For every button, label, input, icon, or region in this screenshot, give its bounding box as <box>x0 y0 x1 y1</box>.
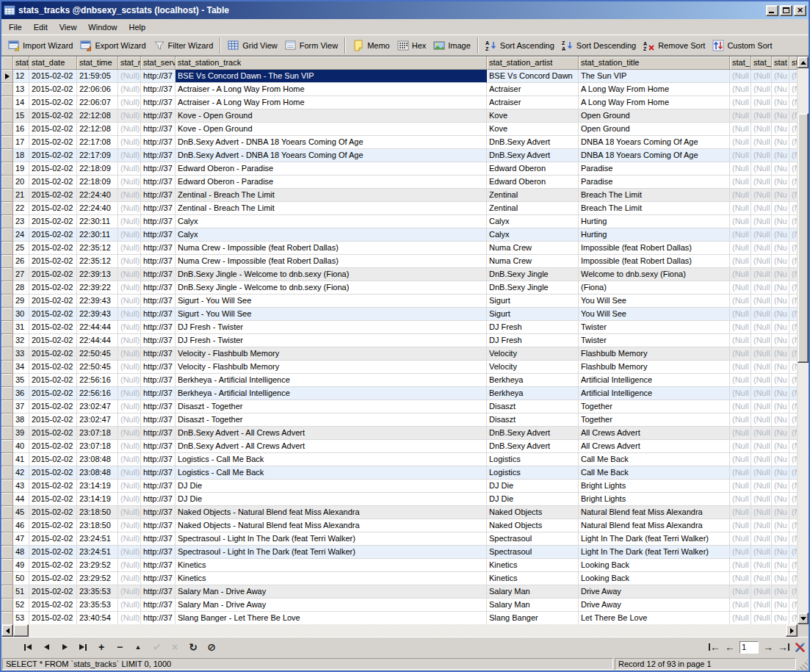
cell-stat_trunc1[interactable]: (Null <box>730 612 751 624</box>
cell-stat_serv[interactable]: http://37 <box>141 123 176 136</box>
cell-stat_serv[interactable]: http://37 <box>141 493 176 506</box>
cell-stat_time[interactable]: 23:08:48 <box>77 453 118 466</box>
cell-stat_date[interactable]: 2015-02-02 <box>29 242 77 255</box>
cell-stat_trunc4[interactable]: (N <box>789 347 798 361</box>
cell-stat_trunc1[interactable]: (Null <box>730 123 751 136</box>
cell-stat_station_artist[interactable]: Edward Oberon <box>487 162 579 176</box>
table-row[interactable]: 332015-02-0222:50:45(Null)http://37Veloc… <box>1 347 798 361</box>
cell-stat_time[interactable]: 22:12:08 <box>77 109 118 123</box>
row-selector[interactable] <box>1 374 13 387</box>
cell-stat_station_title[interactable]: Twister <box>579 334 730 347</box>
cell-stat[interactable]: 14 <box>13 96 29 109</box>
cell-stat_station_artist[interactable]: Sigurt <box>487 308 579 321</box>
cell-stat_time[interactable]: 22:18:09 <box>77 162 118 176</box>
cell-stat_station_artist[interactable]: Berkheya <box>487 387 579 400</box>
cell-stat_trunc4[interactable]: (N <box>789 599 798 612</box>
cell-stat_trunc1[interactable]: (Null <box>730 202 751 215</box>
cell-stat_trunc3[interactable]: (Nu <box>772 440 789 453</box>
cell-stat_trunc4[interactable]: (N <box>789 466 798 480</box>
row-selector[interactable] <box>1 228 13 242</box>
row-selector[interactable] <box>1 96 13 109</box>
table-row[interactable]: 412015-02-0223:08:48(Null)http://37Logis… <box>1 453 798 466</box>
cell-stat_station_artist[interactable]: DnB.Sexy Jingle <box>487 268 579 281</box>
cell-stat_station_track[interactable]: Kove - Open Ground <box>176 123 487 136</box>
cell-stat_serv[interactable]: http://37 <box>141 506 176 519</box>
row-selector[interactable] <box>1 387 13 400</box>
table-row[interactable]: 242015-02-0222:30:11(Null)http://37Calyx… <box>1 228 798 242</box>
cell-stat_r[interactable]: (Null) <box>118 295 141 308</box>
cell-stat_trunc4[interactable]: (N <box>789 612 798 624</box>
cell-stat_date[interactable]: 2015-02-02 <box>29 202 77 215</box>
row-selector[interactable] <box>1 255 13 268</box>
cell-stat_time[interactable]: 22:50:45 <box>77 361 118 374</box>
cell-stat_r[interactable]: (Null) <box>118 374 141 387</box>
vertical-scroll-track[interactable] <box>798 68 809 613</box>
cell-stat_trunc4[interactable]: (N <box>789 281 798 295</box>
column-header-stat_trunc3[interactable]: stat <box>772 57 789 70</box>
cell-stat_station_artist[interactable]: Disaszt <box>487 413 579 427</box>
cell-stat_station_artist[interactable]: Kove <box>487 109 579 123</box>
cell-stat_station_track[interactable]: Naked Objects - Natural Blend feat Miss … <box>176 506 487 519</box>
cell-stat_serv[interactable]: http://37 <box>141 532 176 546</box>
cell-stat_trunc2[interactable]: (Null <box>751 546 772 559</box>
cell-stat_trunc2[interactable]: (Null <box>751 83 772 96</box>
cell-stat_trunc2[interactable]: (Null <box>751 519 772 532</box>
cell-stat[interactable]: 13 <box>13 83 29 96</box>
cell-stat_trunc2[interactable]: (Null <box>751 413 772 427</box>
cell-stat_date[interactable]: 2015-02-02 <box>29 480 77 493</box>
menu-window[interactable]: Window <box>82 21 123 34</box>
cell-stat[interactable]: 47 <box>13 532 29 546</box>
cell-stat_r[interactable]: (Null) <box>118 70 141 83</box>
cell-stat_serv[interactable]: http://37 <box>141 599 176 612</box>
filter-wizard-button[interactable]: Filter Wizard <box>150 37 217 54</box>
cell-stat_date[interactable]: 2015-02-02 <box>29 532 77 546</box>
cell-stat_time[interactable]: 23:07:18 <box>77 427 118 440</box>
cell-stat_trunc1[interactable]: (Null <box>730 295 751 308</box>
cell-stat_date[interactable]: 2015-02-02 <box>29 559 77 572</box>
cell-stat_serv[interactable]: http://37 <box>141 387 176 400</box>
cell-stat_date[interactable]: 2015-02-02 <box>29 189 77 202</box>
cell-stat_trunc4[interactable]: (N <box>789 149 798 162</box>
minimize-button[interactable] <box>766 5 778 16</box>
cell-stat_trunc4[interactable]: (N <box>789 493 798 506</box>
cell-stat_time[interactable]: 23:35:53 <box>77 585 118 599</box>
cell-stat_station_artist[interactable]: Spectrasoul <box>487 532 579 546</box>
cell-stat_date[interactable]: 2015-02-02 <box>29 493 77 506</box>
cell-stat_station_track[interactable]: Sigurt - You Will See <box>176 295 487 308</box>
remove-sort-button[interactable]: AZRemove Sort <box>640 37 709 54</box>
cell-stat_station_track[interactable]: Salary Man - Drive Away <box>176 599 487 612</box>
cell-stat_trunc3[interactable]: (Nu <box>772 334 789 347</box>
cell-stat_time[interactable]: 22:39:22 <box>77 281 118 295</box>
row-selector[interactable] <box>1 585 13 599</box>
cell-stat_trunc2[interactable]: (Null <box>751 321 772 334</box>
cell-stat_trunc1[interactable]: (Null <box>730 334 751 347</box>
cell-stat_trunc4[interactable]: (N <box>789 308 798 321</box>
row-selector[interactable] <box>1 453 13 466</box>
cell-stat_station_artist[interactable]: Naked Objects <box>487 519 579 532</box>
refresh-button[interactable]: ↻ <box>187 641 199 653</box>
cell-stat_serv[interactable]: http://37 <box>141 70 176 83</box>
cell-stat_station_artist[interactable]: Velocity <box>487 347 579 361</box>
cell-stat_date[interactable]: 2015-02-02 <box>29 546 77 559</box>
cell-stat_station_title[interactable]: DNBA 18 Yoears Coming Of Age <box>579 149 730 162</box>
cell-stat_trunc4[interactable]: (N <box>789 268 798 281</box>
cell-stat_station_title[interactable]: Drive Away <box>579 599 730 612</box>
cell-stat_trunc2[interactable]: (Null <box>751 109 772 123</box>
cell-stat[interactable]: 30 <box>13 308 29 321</box>
cell-stat_trunc4[interactable]: (N <box>789 189 798 202</box>
cell-stat_trunc2[interactable]: (Null <box>751 70 772 83</box>
cell-stat_trunc1[interactable]: (Null <box>730 519 751 532</box>
row-selector[interactable] <box>1 321 13 334</box>
cell-stat_trunc4[interactable]: (N <box>789 387 798 400</box>
cell-stat_time[interactable]: 22:30:11 <box>77 215 118 228</box>
row-selector[interactable] <box>1 519 13 532</box>
cell-stat[interactable]: 41 <box>13 453 29 466</box>
cell-stat_r[interactable]: (Null) <box>118 466 141 480</box>
column-header-stat_trunc4[interactable]: st <box>789 57 798 70</box>
cell-stat[interactable]: 22 <box>13 202 29 215</box>
cell-stat_station_title[interactable]: Hurting <box>579 228 730 242</box>
cell-stat_station_title[interactable]: Bright Lights <box>579 480 730 493</box>
cell-stat_r[interactable]: (Null) <box>118 228 141 242</box>
cell-stat_trunc1[interactable]: (Null <box>730 413 751 427</box>
close-button[interactable]: × <box>794 5 806 16</box>
